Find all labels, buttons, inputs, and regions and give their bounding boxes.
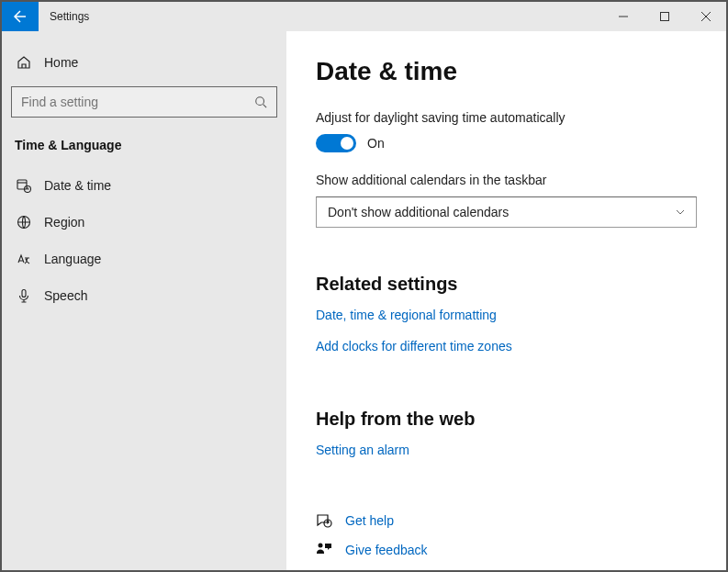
dst-toggle-state: On	[367, 136, 385, 151]
language-icon	[17, 252, 31, 266]
microphone-icon	[17, 288, 31, 303]
help-heading: Help from the web	[316, 409, 697, 430]
sidebar-item-speech[interactable]: Speech	[11, 277, 277, 314]
app-title: Settings	[39, 2, 100, 31]
titlebar: Settings	[2, 2, 726, 31]
calendar-dropdown-value: Don't show additional calendars	[328, 205, 509, 219]
search-input[interactable]	[21, 95, 254, 109]
link-get-help[interactable]: Get help	[345, 513, 394, 528]
svg-rect-1	[660, 13, 668, 21]
feedback-icon	[316, 542, 332, 558]
dst-toggle-row: On	[316, 134, 697, 152]
link-setting-alarm[interactable]: Setting an alarm	[316, 443, 697, 457]
sidebar-item-label: Region	[44, 215, 84, 230]
titlebar-spacer	[100, 2, 602, 31]
chat-question-icon	[316, 512, 332, 529]
give-feedback-row: Give feedback	[316, 542, 697, 558]
sidebar: Home Time & Language Date & time Region …	[2, 31, 286, 570]
minimize-button[interactable]	[602, 2, 644, 31]
sidebar-item-label: Language	[44, 252, 101, 266]
svg-point-4	[256, 97, 264, 106]
related-settings-heading: Related settings	[316, 274, 697, 295]
minimize-icon	[619, 12, 628, 21]
dst-label: Adjust for daylight saving time automati…	[316, 110, 697, 125]
sidebar-item-region[interactable]: Region	[11, 204, 277, 241]
close-button[interactable]	[685, 2, 726, 31]
maximize-button[interactable]	[644, 2, 685, 31]
svg-line-5	[263, 105, 267, 108]
arrow-left-icon	[13, 9, 28, 24]
get-help-row: Get help	[316, 512, 697, 529]
sidebar-item-language[interactable]: Language	[11, 241, 277, 277]
app-body: Home Time & Language Date & time Region …	[2, 31, 726, 570]
main-content: Date & time Adjust for daylight saving t…	[286, 31, 726, 570]
link-give-feedback[interactable]: Give feedback	[345, 543, 428, 557]
home-icon	[17, 55, 31, 70]
link-date-time-regional[interactable]: Date, time & regional formatting	[316, 308, 697, 322]
calendar-label: Show additional calendars in the taskbar	[316, 173, 697, 187]
sidebar-home-label: Home	[44, 55, 78, 70]
page-title: Date & time	[316, 57, 697, 86]
search-icon	[254, 95, 267, 108]
maximize-icon	[660, 12, 669, 21]
sidebar-item-label: Date & time	[44, 178, 111, 193]
back-button[interactable]	[2, 2, 39, 31]
chevron-down-icon	[676, 207, 685, 217]
calendar-clock-icon	[17, 178, 31, 193]
svg-rect-6	[17, 180, 27, 189]
sidebar-item-date-time[interactable]: Date & time	[11, 167, 277, 204]
dst-toggle[interactable]	[316, 134, 356, 152]
globe-icon	[17, 215, 31, 230]
sidebar-home[interactable]: Home	[11, 48, 277, 86]
sidebar-item-label: Speech	[44, 288, 87, 303]
close-icon	[701, 12, 711, 21]
sidebar-section-label: Time & Language	[11, 118, 277, 167]
svg-point-12	[319, 544, 323, 548]
search-box[interactable]	[11, 86, 277, 118]
calendar-dropdown[interactable]: Don't show additional calendars	[316, 196, 697, 228]
link-add-clocks[interactable]: Add clocks for different time zones	[316, 339, 697, 353]
svg-rect-10	[22, 290, 26, 297]
